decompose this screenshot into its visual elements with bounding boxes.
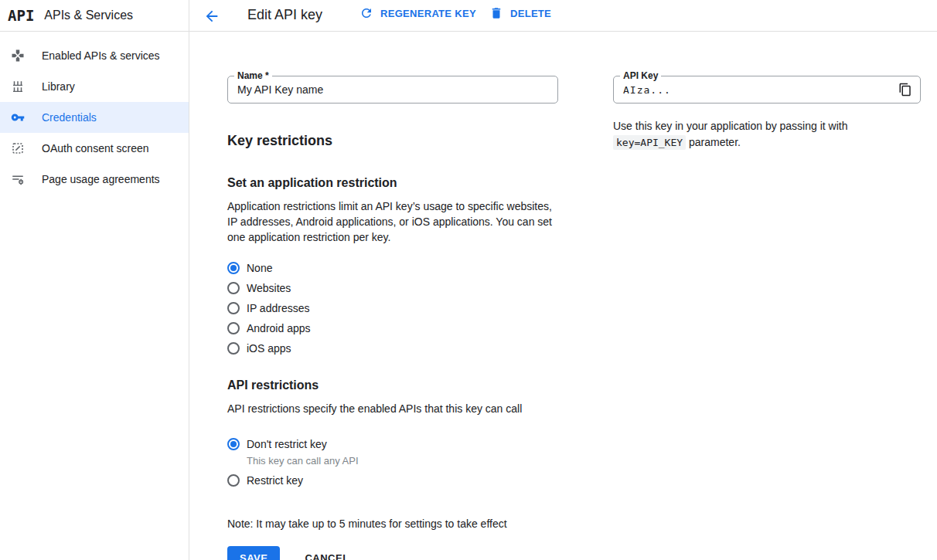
settings-note: Note: It may take up to 5 minutes for se… — [227, 518, 558, 530]
page-content: Name * My API Key name Key restrictions … — [189, 32, 937, 560]
sidebar-item-credentials[interactable]: Credentials — [0, 102, 189, 133]
page-title: Edit API key — [247, 7, 322, 23]
sidebar-item-enabled-apis[interactable]: Enabled APIs & services — [0, 40, 189, 71]
sidebar-item-label: OAuth consent screen — [42, 142, 149, 154]
radio-label: Don't restrict key — [247, 438, 327, 450]
sidebar-item-label: Library — [42, 80, 75, 93]
api-logo: API — [8, 7, 34, 24]
radio-option-ios-apps[interactable]: iOS apps — [227, 338, 558, 358]
sidebar-item-label: Credentials — [42, 111, 97, 124]
refresh-icon — [359, 6, 373, 20]
delete-button[interactable]: DELETE — [489, 6, 551, 20]
radio-label: Android apps — [247, 322, 311, 334]
back-button[interactable] — [203, 8, 220, 25]
key-restrictions-heading: Key restrictions — [227, 131, 558, 150]
key-icon — [11, 110, 25, 124]
gamepad-icon — [11, 49, 25, 63]
radio-icon[interactable] — [227, 302, 240, 314]
name-field[interactable]: Name * My API Key name — [227, 76, 558, 104]
radio-option-websites[interactable]: Websites — [227, 278, 558, 298]
form-actions: SAVE CANCEL — [227, 546, 558, 560]
product-name: APIs & Services — [44, 8, 133, 22]
regenerate-key-label: REGENERATE KEY — [380, 8, 476, 19]
api-key-field-value: AIza... — [614, 84, 894, 96]
help-suffix: parameter. — [689, 136, 741, 148]
radio-label: iOS apps — [247, 342, 291, 355]
sidebar-item-page-usage-agreements[interactable]: Page usage agreements — [0, 164, 189, 195]
app-window: API APIs & Services Enabled APIs & servi… — [0, 0, 937, 560]
api-key-param-code: key=API_KEY — [613, 135, 686, 150]
copy-icon — [898, 83, 912, 97]
sidebar: API APIs & Services Enabled APIs & servi… — [0, 0, 189, 560]
radio-icon[interactable] — [227, 322, 240, 334]
save-button[interactable]: SAVE — [227, 546, 280, 560]
left-column: Name * My API Key name Key restrictions … — [227, 32, 558, 560]
delete-label: DELETE — [510, 8, 551, 19]
api-key-field[interactable]: API Key AIza... — [613, 76, 921, 104]
trash-icon — [489, 6, 503, 20]
radio-label: IP addresses — [247, 302, 309, 314]
api-key-field-label: API Key — [620, 70, 661, 81]
radio-icon[interactable] — [227, 474, 240, 487]
application-restriction-heading: Set an application restriction — [227, 175, 558, 192]
api-restriction-options: Don't restrict key This key can call any… — [227, 434, 558, 490]
regenerate-key-button[interactable]: REGENERATE KEY — [359, 6, 476, 20]
radio-option-none[interactable]: None — [227, 258, 558, 278]
radio-option-android-apps[interactable]: Android apps — [227, 318, 558, 338]
radio-label: None — [247, 262, 272, 274]
api-restrictions-heading: API restrictions — [227, 377, 558, 394]
sidebar-header: API APIs & Services — [0, 0, 189, 32]
api-restrictions-description: API restrictions specify the enabled API… — [227, 401, 558, 416]
agreements-icon — [11, 172, 25, 186]
radio-label: Websites — [247, 282, 291, 294]
help-prefix: Use this key in your application by pass… — [613, 120, 847, 132]
consent-icon — [11, 141, 25, 155]
cancel-button[interactable]: CANCEL — [298, 546, 355, 560]
name-field-label: Name * — [234, 70, 272, 81]
dont-restrict-key-sublabel: This key can call any API — [227, 454, 558, 467]
application-restriction-description: Application restrictions limit an API ke… — [227, 199, 558, 245]
name-field-value[interactable]: My API Key name — [228, 83, 557, 96]
main-area: Edit API key REGENERATE KEY DELETE Name … — [189, 0, 937, 560]
sidebar-item-label: Enabled APIs & services — [42, 49, 160, 62]
copy-api-key-button[interactable] — [894, 78, 917, 101]
radio-icon[interactable] — [227, 282, 240, 294]
radio-label: Restrict key — [247, 474, 303, 487]
sidebar-item-oauth-consent[interactable]: OAuth consent screen — [0, 133, 189, 164]
radio-option-restrict-key[interactable]: Restrict key — [227, 470, 558, 490]
page-header: Edit API key REGENERATE KEY DELETE — [189, 0, 937, 32]
radio-option-dont-restrict-key[interactable]: Don't restrict key — [227, 434, 558, 454]
api-key-usage-help: Use this key in your application by pass… — [613, 118, 921, 151]
radio-icon[interactable] — [227, 262, 240, 274]
sidebar-nav: Enabled APIs & services Library Credenti… — [0, 32, 189, 195]
arrow-back-icon — [203, 8, 220, 25]
sidebar-item-label: Page usage agreements — [42, 173, 160, 185]
application-restriction-options: None Websites IP addresses Android apps — [227, 258, 558, 358]
library-icon — [11, 80, 25, 93]
radio-icon[interactable] — [227, 342, 240, 355]
right-column: API Key AIza... Use this key in your app… — [613, 32, 921, 151]
sidebar-item-library[interactable]: Library — [0, 71, 189, 102]
radio-icon[interactable] — [227, 438, 240, 450]
radio-option-ip-addresses[interactable]: IP addresses — [227, 298, 558, 318]
